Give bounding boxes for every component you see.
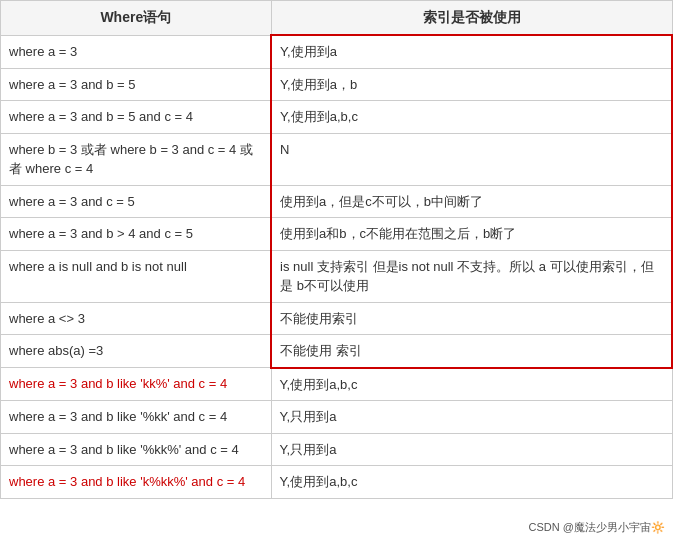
where-cell: where a is null and b is not null	[1, 250, 272, 302]
where-cell: where a = 3 and b = 5 and c = 4	[1, 101, 272, 134]
where-cell: where abs(a) =3	[1, 335, 272, 368]
where-cell: where a = 3 and b like 'kk%' and c = 4	[1, 368, 272, 401]
index-cell: Y,使用到a,b,c	[271, 466, 672, 499]
index-cell: 使用到a，但是c不可以，b中间断了	[271, 185, 672, 218]
table-row: where a <> 3不能使用索引	[1, 302, 673, 335]
index-cell: Y,使用到a,b,c	[271, 101, 672, 134]
index-cell: Y,只用到a	[271, 401, 672, 434]
table-row: where b = 3 或者 where b = 3 and c = 4 或者 …	[1, 133, 673, 185]
index-cell: 不能使用索引	[271, 302, 672, 335]
table-row: where abs(a) =3不能使用 索引	[1, 335, 673, 368]
table-row: where a = 3 and b = 5Y,使用到a，b	[1, 68, 673, 101]
index-cell: 不能使用 索引	[271, 335, 672, 368]
where-cell: where a = 3 and b = 5	[1, 68, 272, 101]
where-cell: where a = 3 and b like '%kk' and c = 4	[1, 401, 272, 434]
table-row: where a is null and b is not nullis null…	[1, 250, 673, 302]
where-cell: where b = 3 或者 where b = 3 and c = 4 或者 …	[1, 133, 272, 185]
where-cell: where a = 3	[1, 35, 272, 68]
where-cell: where a = 3 and b like '%kk%' and c = 4	[1, 433, 272, 466]
where-cell: where a <> 3	[1, 302, 272, 335]
table-row: where a = 3 and b like 'k%kk%' and c = 4…	[1, 466, 673, 499]
table-row: where a = 3 and c = 5使用到a，但是c不可以，b中间断了	[1, 185, 673, 218]
footer-credit: CSDN @魔法少男小宇宙🔆	[529, 520, 665, 535]
table-row: where a = 3 and b like 'kk%' and c = 4Y,…	[1, 368, 673, 401]
main-table: Where语句 索引是否被使用 where a = 3Y,使用到awhere a…	[0, 0, 673, 499]
index-cell: N	[271, 133, 672, 185]
header-index: 索引是否被使用	[271, 1, 672, 36]
where-cell: where a = 3 and b > 4 and c = 5	[1, 218, 272, 251]
index-cell: Y,使用到a	[271, 35, 672, 68]
index-cell: Y,只用到a	[271, 433, 672, 466]
table-row: where a = 3 and b > 4 and c = 5使用到a和b，c不…	[1, 218, 673, 251]
table-row: where a = 3Y,使用到a	[1, 35, 673, 68]
table-row: where a = 3 and b = 5 and c = 4Y,使用到a,b,…	[1, 101, 673, 134]
where-cell: where a = 3 and b like 'k%kk%' and c = 4	[1, 466, 272, 499]
index-cell: Y,使用到a，b	[271, 68, 672, 101]
table-row: where a = 3 and b like '%kk%' and c = 4Y…	[1, 433, 673, 466]
index-cell: is null 支持索引 但是is not null 不支持。所以 a 可以使用…	[271, 250, 672, 302]
where-cell: where a = 3 and c = 5	[1, 185, 272, 218]
index-cell: 使用到a和b，c不能用在范围之后，b断了	[271, 218, 672, 251]
header-where: Where语句	[1, 1, 272, 36]
index-cell: Y,使用到a,b,c	[271, 368, 672, 401]
table-row: where a = 3 and b like '%kk' and c = 4Y,…	[1, 401, 673, 434]
